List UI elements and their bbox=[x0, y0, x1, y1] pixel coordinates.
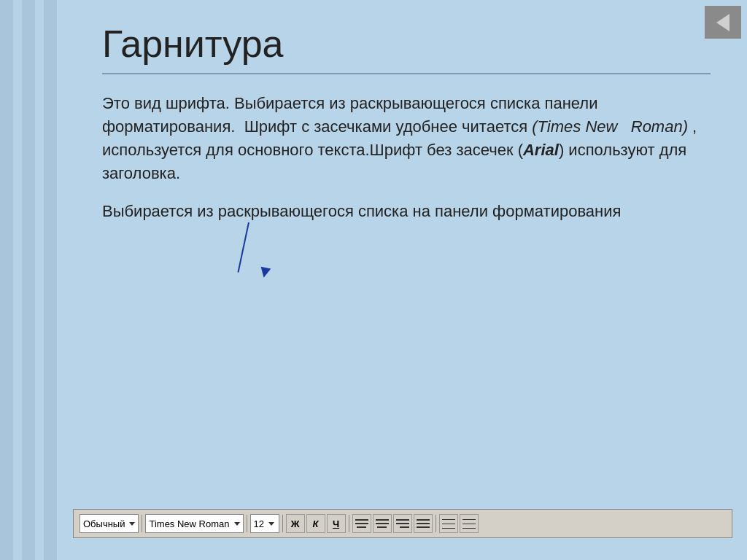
divider-4 bbox=[349, 515, 349, 532]
bold-label: Ж bbox=[291, 518, 300, 529]
arrow-head bbox=[259, 267, 271, 279]
paragraph-1: Это вид шрифта. Выбирается из раскрывающ… bbox=[102, 92, 711, 185]
divider-3 bbox=[282, 515, 283, 532]
main-content: Гарнитура Это вид шрифта. Выбирается из … bbox=[73, 0, 747, 560]
stripe-4 bbox=[35, 0, 44, 560]
justify-line-3 bbox=[417, 526, 430, 528]
times-new-roman-label: (Times New Roman) bbox=[532, 117, 688, 136]
style-dropdown[interactable]: Обычный bbox=[80, 514, 139, 533]
divider-5 bbox=[436, 515, 436, 532]
bold-button[interactable]: Ж bbox=[286, 514, 305, 533]
italic-button[interactable]: К bbox=[306, 514, 325, 533]
justify-line-1 bbox=[417, 519, 430, 521]
justify-button[interactable] bbox=[414, 514, 433, 533]
font-dropdown[interactable]: Times New Roman bbox=[145, 514, 243, 533]
align-line-1 bbox=[355, 519, 368, 521]
indent-line-1 bbox=[462, 519, 476, 520]
align-right-button[interactable] bbox=[393, 514, 412, 533]
underline-button[interactable]: Ч bbox=[327, 514, 346, 533]
align-center-line-3 bbox=[377, 526, 387, 528]
decorative-stripes bbox=[0, 0, 73, 560]
arial-label: Arial bbox=[523, 141, 559, 159]
divider-1 bbox=[142, 515, 142, 532]
stripe-5 bbox=[44, 0, 57, 560]
stripe-3 bbox=[22, 0, 35, 560]
italic-label: К bbox=[313, 518, 319, 529]
align-line-3 bbox=[357, 526, 366, 528]
page-title: Гарнитура bbox=[102, 22, 711, 66]
align-center-button[interactable] bbox=[373, 514, 392, 533]
spacing-line-2 bbox=[442, 524, 455, 524]
font-value: Times New Roman bbox=[149, 518, 229, 529]
align-line-2 bbox=[355, 523, 368, 524]
divider-2 bbox=[247, 515, 247, 532]
indent-button[interactable] bbox=[460, 514, 479, 533]
formatting-toolbar: Обычный Times New Roman 12 Ж К Ч bbox=[73, 509, 732, 538]
stripe-1 bbox=[0, 0, 13, 560]
stripe-2 bbox=[13, 0, 22, 560]
style-dropdown-arrow bbox=[129, 522, 135, 526]
align-center-line-2 bbox=[376, 523, 389, 524]
underline-label: Ч bbox=[333, 518, 339, 529]
size-value: 12 bbox=[254, 518, 264, 529]
indent-line-2 bbox=[462, 524, 476, 524]
pointer-arrow bbox=[117, 222, 711, 281]
align-right-line-2 bbox=[396, 523, 409, 524]
font-dropdown-arrow bbox=[234, 522, 240, 526]
justify-line-2 bbox=[417, 523, 430, 524]
indent-line-3 bbox=[462, 528, 476, 529]
align-right-line-3 bbox=[400, 526, 409, 528]
align-right-line-1 bbox=[396, 519, 409, 521]
align-left-button[interactable] bbox=[352, 514, 371, 533]
style-value: Обычный bbox=[83, 518, 125, 529]
line-spacing-button[interactable] bbox=[439, 514, 458, 533]
arrow-line bbox=[237, 222, 249, 273]
size-dropdown-arrow bbox=[268, 522, 274, 526]
separator-line bbox=[102, 73, 711, 74]
spacing-line-1 bbox=[442, 519, 455, 520]
paragraph-2-text: Выбирается из раскрывающегося списка на … bbox=[102, 202, 621, 220]
size-dropdown[interactable]: 12 bbox=[250, 514, 279, 533]
align-center-line-1 bbox=[376, 519, 389, 521]
paragraph-2: Выбирается из раскрывающегося списка на … bbox=[102, 200, 711, 223]
spacing-line-3 bbox=[442, 528, 455, 529]
paragraph-1-text: Это вид шрифта. Выбирается из раскрывающ… bbox=[102, 94, 598, 136]
